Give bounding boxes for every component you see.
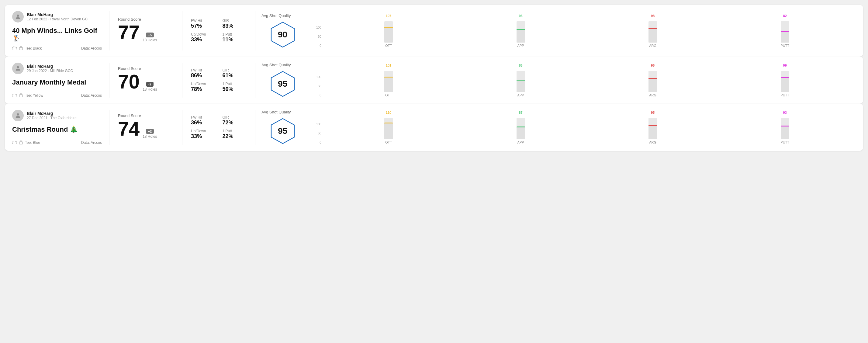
- y-axis: 100500: [316, 76, 322, 97]
- stat-oneputt: 1 Putt11%: [222, 32, 247, 43]
- hexagon: 90: [269, 21, 297, 48]
- y-axis-label: 100: [316, 26, 321, 29]
- user-row: Blair McHarg27 Dec 2021 · The Oxfordshir…: [12, 110, 102, 121]
- chart-col-value: 82: [783, 14, 787, 18]
- chart-col-putt: 82PUTT: [719, 14, 851, 48]
- round-score-section: Round Score77+518 Holes: [110, 11, 182, 51]
- bar-wrapper: [587, 18, 719, 42]
- quality-label: Avg Shot Quality: [261, 110, 291, 114]
- stat-fw-hit: FW Hit36%: [191, 115, 215, 126]
- stats-grid: FW Hit57%GIR83%Up/Down33%1 Putt11%: [191, 19, 247, 43]
- score-diff-badge: +2: [146, 129, 154, 134]
- chart-col-ott: 101OTT: [322, 64, 455, 97]
- chart-col-app: 87APP: [455, 111, 587, 144]
- y-axis: 100500: [316, 26, 322, 48]
- bar-bg: [649, 71, 657, 92]
- chart-col-value: 87: [519, 111, 522, 114]
- stat-oneputt-value: 56%: [222, 86, 247, 92]
- chart-col-putt: 99PUTT: [719, 64, 851, 97]
- chart-with-axis: 100500107OTT95APP98ARG82PUTT: [316, 14, 851, 48]
- chart-col-value: 86: [519, 64, 522, 67]
- stat-updown: Up/Down33%: [191, 129, 215, 139]
- stat-oneputt-label: 1 Putt: [222, 32, 247, 36]
- score-value: 74: [118, 119, 140, 139]
- chart-col-label: OTT: [385, 141, 392, 144]
- user-row: Blair McHarg29 Jan 2022 · Mill Ride GCC: [12, 63, 102, 74]
- tee-info: Tee: Blue: [12, 141, 40, 145]
- bar-bg: [649, 21, 657, 42]
- data-source: Data: Arccos: [81, 141, 102, 145]
- hexagon: 95: [269, 117, 297, 145]
- chart-section: 100500107OTT95APP98ARG82PUTT: [310, 11, 856, 51]
- y-axis-label: 100: [316, 76, 321, 79]
- bar-wrapper: [455, 18, 587, 42]
- hexagon-container: 90: [261, 21, 304, 48]
- data-source: Data: Arccos: [81, 93, 102, 98]
- score-value: 70: [118, 72, 140, 92]
- chart-col-arg: 96ARG: [587, 64, 719, 97]
- stat-oneputt-value: 11%: [222, 36, 247, 43]
- chart-col-label: PUTT: [780, 44, 789, 48]
- chart-section: 100500110OTT87APP95ARG93PUTT: [310, 110, 856, 145]
- bar-fill: [517, 29, 525, 43]
- chart-col-label: APP: [518, 141, 524, 144]
- stat-fw-hit-label: FW Hit: [191, 115, 215, 120]
- bar-fill: [649, 125, 657, 139]
- cloud-icon: [12, 141, 17, 145]
- bar-bg: [384, 71, 393, 92]
- y-axis-label: 50: [316, 85, 321, 88]
- round-card: Blair McHarg12 Feb 2022 · Royal North De…: [5, 5, 863, 57]
- chart-col-value: 95: [519, 14, 522, 18]
- stat-gir-label: GIR: [222, 19, 247, 23]
- bar-fill: [384, 123, 393, 139]
- bottom-row: Tee: Yellow Data: Arccos: [12, 93, 102, 98]
- bar-fill: [384, 76, 393, 92]
- chart-col-value: 110: [386, 111, 391, 114]
- stat-oneputt: 1 Putt22%: [222, 129, 247, 139]
- chart-col-putt: 93PUTT: [719, 111, 851, 144]
- chart-col-label: PUTT: [780, 141, 789, 144]
- quality-score: 90: [278, 30, 287, 39]
- bar-top-line: [517, 126, 525, 127]
- y-axis-label: 100: [316, 123, 321, 126]
- svg-point-0: [17, 14, 19, 17]
- svg-point-3: [17, 66, 19, 68]
- tee-info: Tee: Yellow: [12, 93, 43, 98]
- chart-col-value: 101: [386, 64, 391, 67]
- chart-col-value: 107: [386, 14, 391, 18]
- user-info: Blair McHarg29 Jan 2022 · Mill Ride GCC: [27, 64, 73, 73]
- round-score-section: Round Score74+218 Holes: [110, 110, 182, 145]
- bar-bg: [517, 71, 525, 92]
- bar-top-line: [781, 77, 789, 78]
- data-source: Data: Arccos: [81, 46, 102, 51]
- chart-col-arg: 98ARG: [587, 14, 719, 48]
- user-name: Blair McHarg: [27, 111, 76, 116]
- avatar: [12, 11, 24, 23]
- chart-col-label: ARG: [649, 93, 656, 97]
- stat-gir: GIR61%: [222, 68, 247, 79]
- chart-col-value: 95: [651, 111, 655, 114]
- user-info: Blair McHarg27 Dec 2021 · The Oxfordshir…: [27, 111, 76, 120]
- stat-fw-hit-value: 86%: [191, 72, 215, 79]
- cloud-icon: [12, 46, 17, 50]
- bar-wrapper: [719, 18, 851, 42]
- stat-oneputt-value: 22%: [222, 133, 247, 139]
- bar-fill: [781, 31, 789, 43]
- y-axis-label: 50: [316, 35, 321, 38]
- stats-grid: FW Hit86%GIR61%Up/Down78%1 Putt56%: [191, 68, 247, 92]
- chart-col-value: 93: [783, 111, 787, 114]
- bar-wrapper: [322, 18, 455, 42]
- avatar: [12, 110, 24, 121]
- y-axis-label: 0: [316, 141, 321, 144]
- round-score-label: Round Score: [118, 66, 174, 71]
- stat-gir-value: 72%: [222, 120, 247, 126]
- bottom-row: Tee: Black Data: Arccos: [12, 46, 102, 51]
- bag-icon: [19, 141, 23, 145]
- quality-label: Avg Shot Quality: [261, 63, 291, 67]
- bar-top-line: [781, 31, 789, 32]
- bar-top-line: [517, 29, 525, 30]
- chart-with-axis: 100500110OTT87APP95ARG93PUTT: [316, 111, 851, 144]
- bar-top-line: [649, 78, 657, 79]
- bar-wrapper: [322, 68, 455, 92]
- chart-col-label: OTT: [385, 44, 392, 48]
